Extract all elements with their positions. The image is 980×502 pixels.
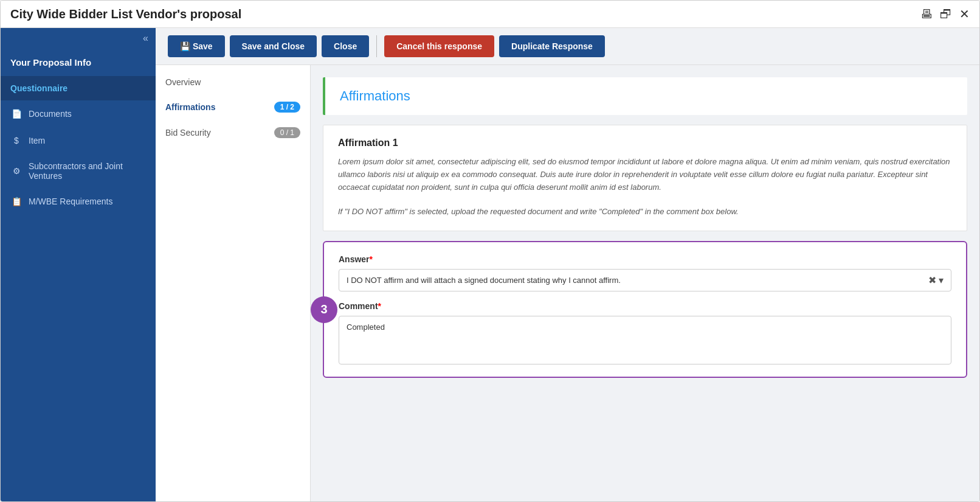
bid-security-badge: 0 / 1 [274,127,300,138]
toolbar: 💾 Save Save and Close Close Cancel this … [156,28,979,65]
collapse-icon: « [143,33,148,44]
sidebar-item-label-item: Item [29,136,45,145]
duplicate-response-button[interactable]: Duplicate Response [499,35,605,57]
save-button[interactable]: 💾 Save [168,35,225,57]
main-content: Affirmations Affirmation 1 Lorem ipsum d… [311,65,979,501]
answer-select-text: I DO NOT affirm and will attach a signed… [347,276,928,285]
toolbar-separator [376,35,377,57]
affirmations-title: Affirmations [340,88,953,104]
chevron-down-icon[interactable]: ▾ [939,274,944,286]
print-icon[interactable]: 🖶 [920,7,933,21]
checklist-icon: 📋 [10,195,22,207]
comment-label: Comment* [339,301,951,311]
answer-label: Answer* [339,254,951,264]
comment-required-star: * [378,301,381,311]
answer-required-star: * [370,254,373,264]
overview-nav-item[interactable]: Overview [156,70,310,94]
sidebar-item-label-subcontractors: Subcontractors and Joint Ventures [29,161,146,181]
sidebar-collapse-button[interactable]: « [1,28,156,49]
minimize-icon[interactable]: 🗗 [940,7,952,21]
save-close-button[interactable]: Save and Close [230,35,317,57]
affirmations-nav-label: Affirmations [165,102,215,112]
sidebar-item-subcontractors[interactable]: ⚙ Subcontractors and Joint Ventures [1,154,156,188]
sidebar-item-label-documents: Documents [29,109,72,119]
bid-security-nav-label: Bid Security [165,128,211,138]
answer-select-controls[interactable]: ✖ ▾ [928,274,944,286]
affirmation-1-title: Affirmation 1 [338,138,952,148]
cancel-response-button[interactable]: Cancel this response [384,35,494,57]
affirmation-1-card: Affirmation 1 Lorem ipsum dolor sit amet… [323,125,967,231]
questionnaire-nav: Overview Affirmations 1 / 2 Bid Security… [156,65,311,501]
sidebar-item-documents[interactable]: 📄 Documents [1,100,156,127]
affirmations-heading-card: Affirmations [323,77,967,115]
affirmation-1-note: If "I DO NOT affirm" is selected, upload… [338,206,952,218]
sidebar-item-label-mwbe: M/WBE Requirements [29,197,112,206]
gear-icon: ⚙ [10,165,22,177]
answer-section: 3 Answer* I DO NOT affirm and will attac… [323,241,967,378]
close-icon[interactable]: ✕ [959,7,970,21]
affirmation-1-body: Lorem ipsum dolor sit amet, consectetur … [338,156,952,193]
affirmations-nav-item[interactable]: Affirmations 1 / 2 [156,94,310,120]
sidebar-proposal-info[interactable]: Your Proposal Info [1,49,156,76]
comment-input[interactable]: Completed [339,316,951,364]
answer-select-row[interactable]: I DO NOT affirm and will attach a signed… [339,269,951,291]
bid-security-nav-item[interactable]: Bid Security 0 / 1 [156,120,310,145]
dollar-icon: $ [10,134,22,147]
sidebar-questionnaire[interactable]: Questionnaire [1,76,156,100]
affirmations-badge: 1 / 2 [274,102,300,113]
document-icon: 📄 [10,108,22,120]
sidebar-item-mwbe[interactable]: 📋 M/WBE Requirements [1,188,156,215]
clear-icon[interactable]: ✖ [928,274,936,286]
window-title: City Wide Bidder List Vendor's proposal [10,7,241,21]
close-button[interactable]: Close [322,35,369,57]
save-icon: 💾 [180,41,193,51]
step-badge: 3 [311,296,337,323]
sidebar-item-item[interactable]: $ Item [1,127,156,154]
